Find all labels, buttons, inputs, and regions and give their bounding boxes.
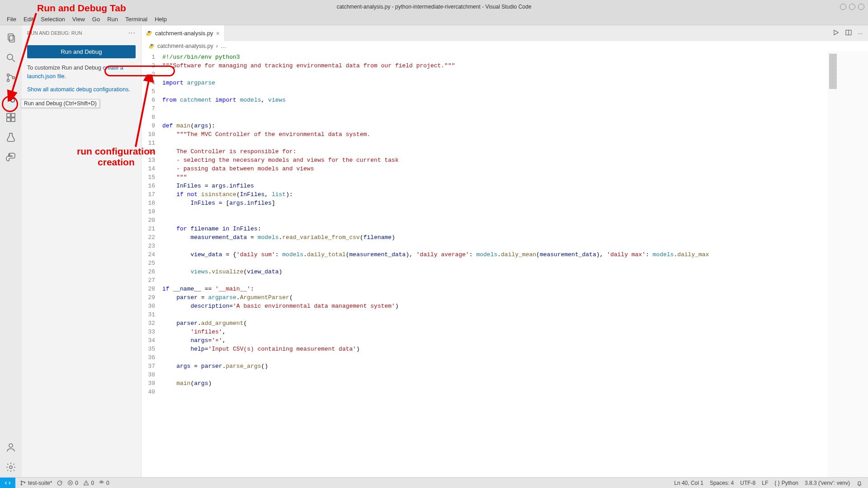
tab-row: catchment-analysis.py × ···	[142, 25, 868, 41]
activity-bar	[0, 25, 22, 477]
tab-label: catchment-analysis.py	[155, 30, 213, 37]
close-window-button[interactable]	[858, 4, 864, 10]
svg-point-16	[9, 466, 12, 469]
svg-rect-11	[7, 118, 10, 122]
sidebar-header: RUN AND DEBUG: RUN	[27, 30, 82, 36]
menu-bar: FileEditSelectionViewGoRunTerminalHelp	[0, 14, 868, 25]
show-auto-configs-link[interactable]: Show all automatic debug configurations.	[27, 86, 136, 93]
sync-icon[interactable]	[57, 480, 63, 486]
python-env-icon[interactable]	[5, 151, 17, 164]
run-debug-sidebar: RUN AND DEBUG: RUN ··· Run and Debug To …	[22, 25, 142, 477]
svg-point-2	[7, 54, 13, 60]
gear-icon[interactable]	[5, 461, 17, 474]
extensions-icon[interactable]	[5, 111, 17, 124]
run-debug-icon[interactable]	[5, 91, 17, 104]
breadcrumb[interactable]: catchment-analysis.py › …	[142, 41, 868, 51]
svg-line-3	[12, 59, 15, 62]
svg-rect-1	[9, 36, 14, 42]
git-branch[interactable]: test-suite*	[20, 480, 52, 486]
svg-rect-0	[8, 34, 13, 40]
minimap[interactable]: ████████████████████████████████████████…	[827, 51, 868, 477]
menu-selection[interactable]: Selection	[38, 14, 68, 24]
close-tab-icon[interactable]: ×	[216, 30, 220, 37]
breadcrumb-file: catchment-analysis.py	[157, 43, 213, 49]
svg-rect-12	[11, 118, 15, 122]
svg-rect-10	[11, 113, 15, 117]
status-bar: test-suite* 0 0 0 Ln 40, Col 1 Spaces: 4…	[0, 477, 868, 488]
menu-go[interactable]: Go	[89, 14, 103, 24]
menu-terminal[interactable]: Terminal	[122, 14, 151, 24]
testing-icon[interactable]	[5, 131, 17, 144]
breadcrumb-more: …	[221, 43, 226, 49]
menu-file[interactable]: File	[4, 14, 19, 24]
split-editor-icon[interactable]	[845, 29, 852, 38]
svg-marker-7	[8, 94, 14, 101]
svg-point-21	[21, 484, 22, 485]
svg-point-14	[9, 154, 10, 155]
run-and-debug-button[interactable]: Run and Debug	[27, 45, 136, 58]
menu-view[interactable]: View	[69, 14, 88, 24]
svg-rect-9	[7, 113, 10, 117]
language-mode[interactable]: { } Python	[774, 480, 798, 486]
minimize-button[interactable]	[840, 4, 846, 10]
window-title: catchment-analysis.py - python-intermedi…	[337, 4, 532, 10]
account-icon[interactable]	[5, 441, 17, 454]
svg-point-20	[21, 481, 22, 482]
svg-point-15	[9, 444, 13, 447]
run-debug-tooltip: Run and Debug (Ctrl+Shift+D)	[21, 99, 100, 108]
search-icon[interactable]	[5, 52, 17, 64]
editor-area: catchment-analysis.py × ··· catchment-an…	[142, 25, 868, 477]
editor-actions: ···	[832, 25, 868, 41]
menu-help[interactable]: Help	[151, 14, 170, 24]
tab-catchment-analysis[interactable]: catchment-analysis.py ×	[142, 25, 225, 41]
run-file-icon[interactable]	[832, 29, 840, 38]
notifications-icon[interactable]	[856, 480, 863, 486]
indentation[interactable]: Spaces: 4	[710, 480, 734, 486]
svg-marker-17	[834, 30, 838, 35]
source-control-icon[interactable]	[5, 71, 17, 84]
ports[interactable]: 0	[99, 480, 109, 486]
files-icon[interactable]	[5, 32, 17, 44]
menu-edit[interactable]: Edit	[20, 14, 37, 24]
window-controls	[840, 4, 864, 10]
sidebar-description: To customize Run and Debug create a laun…	[27, 64, 136, 81]
eol[interactable]: LF	[762, 480, 768, 486]
editor-more-icon[interactable]: ···	[858, 30, 863, 37]
encoding[interactable]: UTF-8	[740, 480, 755, 486]
cursor-position[interactable]: Ln 40, Col 1	[674, 480, 703, 486]
problems[interactable]: 0 0	[67, 480, 94, 486]
svg-point-5	[7, 80, 9, 82]
maximize-button[interactable]	[849, 4, 855, 10]
menu-run[interactable]: Run	[104, 14, 121, 24]
title-bar: catchment-analysis.py - python-intermedi…	[0, 0, 868, 14]
python-file-icon	[146, 30, 152, 37]
line-numbers: 1234567891011121314151617181920212223242…	[142, 51, 162, 477]
interpreter[interactable]: 3.8.3 ('venv': venv)	[805, 480, 850, 486]
svg-point-27	[101, 482, 102, 483]
breadcrumb-sep: ›	[216, 43, 218, 49]
remote-indicator[interactable]	[0, 478, 15, 488]
code-editor[interactable]: #!/usr/bin/env python3"""Software for ma…	[162, 51, 827, 477]
sidebar-more-icon[interactable]: ···	[128, 29, 136, 37]
svg-point-4	[7, 74, 9, 76]
python-file-icon	[149, 43, 155, 49]
desc-prefix: To customize Run and Debug	[27, 65, 103, 71]
